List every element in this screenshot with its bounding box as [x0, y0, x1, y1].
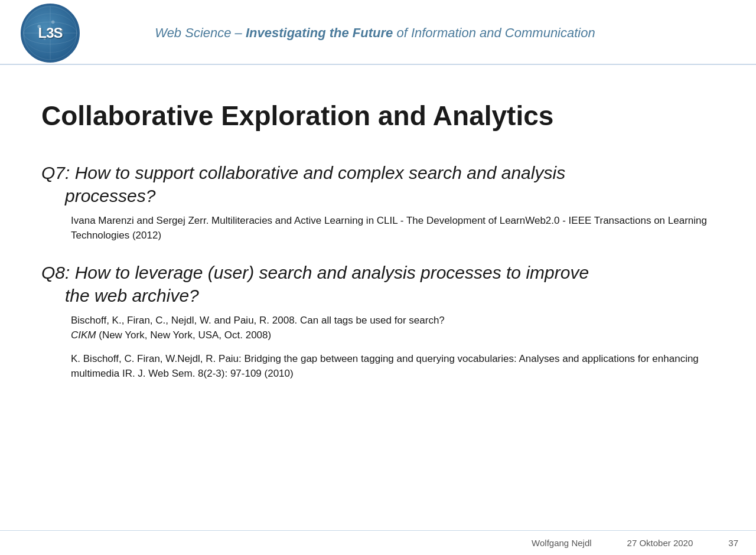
- slide-title: Collaborative Exploration and Analytics: [41, 100, 715, 132]
- footer: Wolfgang Nejdl 27 Oktober 2020 37: [0, 530, 756, 555]
- main-content: Collaborative Exploration and Analytics …: [0, 65, 756, 417]
- footer-author: Wolfgang Nejdl: [532, 538, 591, 548]
- q8-ref1-plain: Bischoff, K., Firan, C., Nejdl, W. and P…: [71, 315, 445, 326]
- logo: L3S: [21, 4, 80, 63]
- q8-heading-text: Q8: How to leverage (user) search and an…: [41, 263, 589, 305]
- q8-ref1-italic: CIKM: [71, 329, 96, 341]
- q7-heading-text: Q7: How to support collaborative and com…: [41, 163, 565, 205]
- q8-block: Q8: How to leverage (user) search and an…: [41, 261, 715, 381]
- logo-area: L3S: [12, 6, 89, 60]
- q8-reference-1: Bischoff, K., Firan, C., Nejdl, W. and P…: [71, 313, 715, 343]
- header-subtitle: Web Science – Investigating the Future o…: [89, 25, 738, 41]
- footer-date: 27 Oktober 2020: [627, 538, 693, 548]
- header-subtitle-plain: Web Science –: [155, 25, 246, 40]
- header-subtitle-bold: Investigating the Future: [246, 25, 393, 40]
- q7-block: Q7: How to support collaborative and com…: [41, 161, 715, 243]
- header: L3S Web Science – Investigating the Futu…: [0, 0, 756, 65]
- q8-heading: Q8: How to leverage (user) search and an…: [41, 261, 715, 307]
- q8-reference-2: K. Bischoff, C. Firan, W.Nejdl, R. Paiu:…: [71, 351, 715, 381]
- svg-point-6: [51, 20, 55, 24]
- q8-ref1-rest: (New York, New York, USA, Oct. 2008): [96, 329, 272, 341]
- q7-heading: Q7: How to support collaborative and com…: [41, 161, 715, 207]
- q7-reference: Ivana Marenzi and Sergej Zerr. Multilite…: [71, 213, 715, 243]
- footer-page-number: 37: [728, 538, 738, 548]
- logo-text: L3S: [38, 25, 62, 41]
- header-subtitle-rest: of Information and Communication: [393, 25, 595, 40]
